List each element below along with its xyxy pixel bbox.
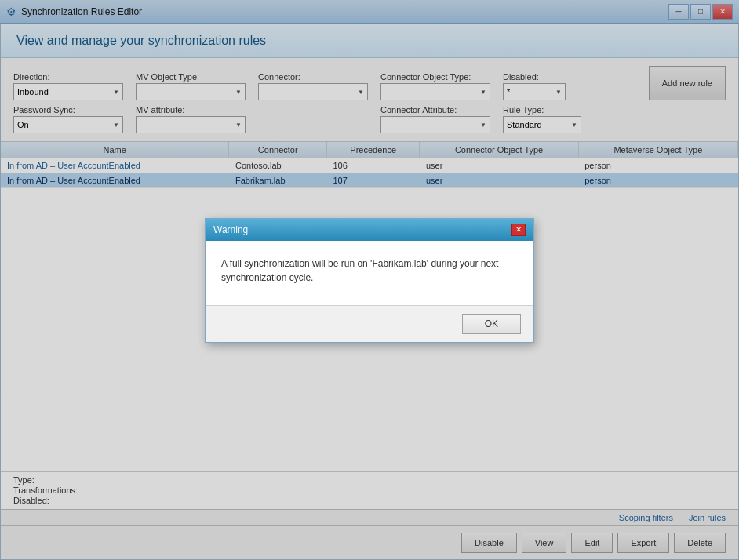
- modal-message: A full synchronization will be run on 'F…: [221, 256, 518, 285]
- modal-close-button[interactable]: ✕: [511, 224, 526, 236]
- modal-title: Warning: [213, 224, 248, 235]
- modal-overlay: Warning ✕ A full synchronization will be…: [0, 0, 739, 560]
- modal-footer: OK: [206, 305, 533, 342]
- warning-dialog: Warning ✕ A full synchronization will be…: [205, 218, 534, 343]
- modal-ok-button[interactable]: OK: [462, 314, 521, 334]
- modal-title-bar: Warning ✕: [206, 219, 533, 241]
- modal-body: A full synchronization will be run on 'F…: [206, 241, 533, 305]
